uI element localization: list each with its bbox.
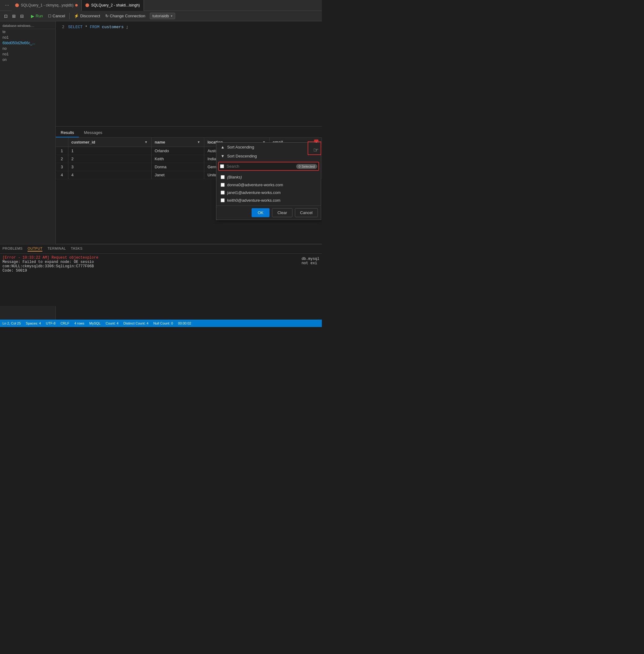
db-icon-tab2 — [86, 3, 89, 7]
blanks-label: (Blanks) — [227, 175, 242, 180]
filter-item-keith[interactable]: keith0@adventure-works.com — [216, 196, 321, 204]
sidebar-item-selected[interactable]: 6bbd050d2fe66c_... — [0, 40, 55, 46]
sidebar-item-no[interactable]: no — [0, 46, 55, 51]
tab1-label: SQLQuery_1 - ckmysq...ysqldb) — [21, 3, 73, 7]
disconnect-icon: ⚡ — [74, 14, 79, 18]
sort-ascending-item[interactable]: ▲ Sort Ascending — [216, 143, 321, 151]
tab-sqlquery2[interactable]: SQLQuery_2 - shakti...isingh) — [82, 0, 144, 11]
line-number-2: 2 — [56, 24, 68, 29]
save-icon[interactable]: ⊡ — [2, 13, 9, 20]
tab-bar: ··· SQLQuery_1 - ckmysq...ysqldb) SQLQue… — [0, 0, 322, 11]
cancel-label: Cancel — [53, 14, 65, 18]
checkbox-keith[interactable] — [221, 198, 225, 202]
change-connection-label: Change Connection — [110, 14, 145, 18]
ok-button[interactable]: OK — [252, 208, 270, 217]
sidebar-item-te[interactable]: te — [0, 29, 55, 34]
sort-descending-icon: ▼ — [221, 154, 225, 158]
checkbox-janet[interactable] — [221, 191, 225, 194]
results-tabs: Results Messages — [56, 126, 322, 138]
cancel-button[interactable]: ☐ Cancel — [46, 13, 67, 19]
tab-output[interactable]: OUTPUT — [27, 247, 42, 252]
sidebar-item-on[interactable]: on — [0, 57, 55, 63]
checkbox-donna[interactable] — [221, 183, 225, 187]
filter-search-input[interactable] — [225, 163, 296, 169]
sidebar-item-no1-2[interactable]: no1 — [0, 51, 55, 57]
cell-name-2: Keith — [151, 155, 204, 163]
sidebar-item-no1[interactable]: no1 — [0, 34, 55, 40]
tab-problems[interactable]: PROBLEMS — [2, 247, 23, 252]
unsaved-dot-tab1 — [75, 4, 78, 6]
status-null-count: Null Count: 0 — [154, 322, 173, 325]
filter-btn-customer_id[interactable]: ▾ — [144, 140, 148, 145]
disconnect-button[interactable]: ⚡ Disconnect — [72, 13, 102, 19]
status-bar: Ln 2, Col 25 Spaces: 4 UTF-8 CRLF 4 rows… — [0, 320, 322, 327]
clear-button[interactable]: Clear — [272, 208, 292, 217]
filter-btn-name[interactable]: ▾ — [197, 140, 201, 145]
db-name: tutorialdb — [153, 14, 169, 18]
toolbar-divider — [69, 13, 70, 19]
filter-checkbox-list: (Blanks) donna0@adventure-works.com jane… — [216, 172, 321, 205]
col-header-customer_id: customer_id ▾ — [68, 138, 151, 147]
row-num-2: 2 — [56, 155, 68, 163]
run-label: Run — [36, 14, 43, 18]
checkbox-blanks[interactable] — [221, 175, 225, 179]
row-num-3: 3 — [56, 163, 68, 171]
status-rows: 4 rows — [74, 322, 84, 325]
col-header-name: name ▾ — [151, 138, 204, 147]
row-num-4: 4 — [56, 171, 68, 179]
status-position: Ln 2, Col 25 — [2, 322, 21, 325]
sort-ascending-label: Sort Ascending — [227, 145, 254, 149]
editor-area[interactable]: 2 SELECT * FROM customers ; — [56, 21, 322, 126]
cancel-icon: ☐ — [48, 14, 51, 18]
new-query-icon[interactable]: ⊟ — [19, 13, 25, 20]
cell-customer_id-1: 1 — [68, 147, 151, 155]
tab-terminal[interactable]: TERMINAL — [47, 247, 66, 252]
filter-item-janet[interactable]: janet1@adventure-works.com — [216, 189, 321, 196]
disconnect-label: Disconnect — [80, 14, 100, 18]
keyword-from: FROM — [90, 25, 99, 29]
semicolon: ; — [126, 25, 129, 29]
run-button[interactable]: ▶ Run — [29, 13, 45, 19]
select-all-checkbox[interactable] — [220, 164, 224, 168]
status-time: 00:00:02 — [178, 322, 191, 325]
col-label-name: name — [155, 140, 165, 144]
cell-name-1: Orlando — [151, 147, 204, 155]
change-connection-button[interactable]: ↻ Change Connection — [104, 13, 147, 19]
status-spaces: Spaces: 4 — [26, 322, 41, 325]
tab-results[interactable]: Results — [56, 129, 79, 137]
status-distinct-count: Distinct Count: 4 — [123, 322, 148, 325]
filter-search-box: 0 Selected — [218, 162, 319, 171]
cell-name-3: Donna — [151, 163, 204, 171]
cell-name-4: Janet — [151, 171, 204, 179]
output-msg-1: Message: Failed to expand node: OE sessi… — [2, 260, 319, 264]
col-label-customer_id: customer_id — [71, 140, 95, 144]
status-line-ending: CRLF — [60, 322, 69, 325]
sort-descending-item[interactable]: ▼ Sort Descending — [216, 151, 321, 161]
output-tabs: PROBLEMS OUTPUT TERMINAL TASKS — [0, 244, 322, 254]
tab-sqlquery1[interactable]: SQLQuery_1 - ckmysq...ysqldb) — [12, 0, 82, 11]
filter-item-donna[interactable]: donna0@adventure-works.com — [216, 181, 321, 189]
status-count: Count: 4 — [106, 322, 118, 325]
cell-customer_id-3: 3 — [68, 163, 151, 171]
code-line-2: SELECT * FROM customers ; — [68, 25, 129, 29]
filter-item-blanks[interactable]: (Blanks) — [216, 173, 321, 181]
row-num-1: 1 — [56, 147, 68, 155]
filter-label-keith: keith0@adventure-works.com — [227, 198, 280, 203]
tab-messages[interactable]: Messages — [79, 129, 107, 137]
toolbar-icons: ⊡ ⊞ ⊟ — [2, 13, 25, 20]
star-operator: * — [85, 25, 90, 29]
db-icon-tab1 — [15, 3, 19, 7]
tab-tasks[interactable]: TASKS — [71, 247, 83, 252]
output-right-text-1: db.mysql — [301, 257, 319, 261]
sort-ascending-icon: ▲ — [221, 145, 225, 149]
cancel-filter-button[interactable]: Cancel — [295, 208, 318, 217]
output-msg-2: com:NULL:ckmysqldb:3306:SqlLogin:C777F06… — [2, 264, 319, 268]
status-language: MySQL — [89, 322, 101, 325]
database-dropdown[interactable]: tutorialdb ▾ — [150, 13, 175, 19]
more-tabs-icon[interactable]: ··· — [2, 2, 12, 8]
sort-descending-label: Sort Descending — [227, 154, 257, 158]
output-right-text-2: not exi — [301, 261, 319, 265]
output-msg-3: Code: 50019 — [2, 268, 319, 273]
error-line: [Error - 10:33:22 AM] Request objectexpl… — [2, 256, 319, 260]
open-icon[interactable]: ⊞ — [10, 13, 17, 20]
